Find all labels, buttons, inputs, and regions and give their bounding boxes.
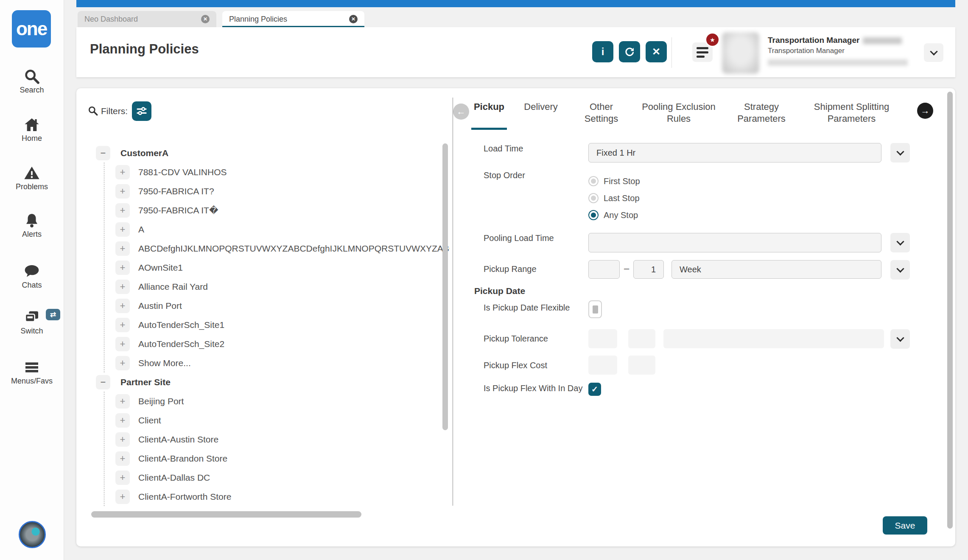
sidebar-item-problems[interactable]: Problems: [0, 165, 64, 191]
tree-item-label[interactable]: 7950-FABRICA IT?: [138, 186, 214, 196]
sidebar-item-home[interactable]: Home: [0, 116, 64, 143]
expand-icon[interactable]: +: [115, 184, 130, 199]
user-menu-button[interactable]: [924, 43, 943, 62]
tree-item-label[interactable]: Alliance Rail Yard: [138, 282, 208, 292]
pickup-range-from-input[interactable]: [588, 260, 620, 279]
tree-item-label[interactable]: Beijing Port: [138, 396, 184, 406]
tree-item[interactable]: +Client: [104, 411, 450, 430]
tree-item[interactable]: +AutoTenderSch_Site1: [104, 315, 450, 334]
pooling-load-time-input[interactable]: [588, 233, 881, 252]
one-network-logo[interactable]: one: [12, 10, 51, 48]
tree-item[interactable]: +ABCDefghIJKLMNOPQRSTUVWXYZABCDefghIJKLM…: [104, 239, 450, 258]
tree-item[interactable]: +Show More...: [104, 353, 450, 372]
is-pickup-date-flexible-checkbox[interactable]: [588, 300, 602, 318]
expand-icon[interactable]: +: [115, 241, 130, 256]
tree-item-label[interactable]: ClientA-Austin Store: [138, 434, 218, 445]
stop-order-option-last-stop[interactable]: Last Stop: [588, 193, 640, 203]
expand-icon[interactable]: +: [115, 280, 130, 294]
tree-item[interactable]: +Alliance Rail Yard: [104, 277, 450, 296]
tree-item-label[interactable]: ClientA-Dallas DC: [138, 473, 210, 483]
expand-icon[interactable]: +: [115, 318, 130, 332]
sidebar-item-chats[interactable]: Chats: [0, 263, 64, 290]
refresh-icon[interactable]: [619, 41, 640, 62]
pickup-tolerance-input-1[interactable]: [588, 329, 617, 348]
tree-item-label[interactable]: AutoTenderSch_Site1: [138, 320, 224, 330]
tree-item[interactable]: +A: [104, 220, 450, 239]
pooling-load-time-dropdown-button[interactable]: [890, 233, 910, 252]
expand-icon[interactable]: +: [115, 451, 130, 466]
tabs-scroll-left-icon[interactable]: ←: [453, 104, 469, 120]
radio-button-icon[interactable]: [588, 210, 599, 220]
expand-icon[interactable]: +: [115, 413, 130, 428]
panel-vertical-scrollbar[interactable]: [947, 92, 953, 529]
close-icon[interactable]: ✕: [646, 41, 667, 62]
policy-tab-pickup[interactable]: Pickup: [471, 101, 507, 130]
pickup-range-unit-input[interactable]: [671, 260, 881, 279]
expand-icon[interactable]: +: [115, 337, 130, 351]
tree-vertical-scrollbar[interactable]: [442, 143, 448, 430]
expand-icon[interactable]: +: [115, 470, 130, 485]
expand-icon[interactable]: +: [115, 165, 130, 179]
policy-tab-other-settings[interactable]: Other Settings: [575, 101, 628, 130]
tree-item-label[interactable]: Austin Port: [138, 301, 182, 311]
tabs-scroll-right-icon[interactable]: →: [917, 103, 933, 119]
tree-item[interactable]: +Beijing Port: [104, 392, 450, 411]
tree-item-label[interactable]: Client: [138, 415, 161, 426]
tree-item-label[interactable]: 7881-CDV VALINHOS: [138, 167, 227, 177]
tree-item-label[interactable]: AOwnSite1: [138, 263, 183, 273]
tree-item[interactable]: +ClientA-Fortworth Store: [104, 487, 450, 506]
info-icon[interactable]: i: [592, 41, 613, 62]
tab-close-icon[interactable]: ✕: [201, 15, 210, 23]
policy-tab-delivery[interactable]: Delivery: [520, 101, 562, 130]
tree-item[interactable]: +ClientA-Dallas DC: [104, 468, 450, 487]
pickup-range-dropdown-button[interactable]: [890, 260, 910, 280]
tree-item[interactable]: +Austin Port: [104, 296, 450, 315]
tree-item-label[interactable]: ClientA-Brandon Store: [138, 454, 227, 464]
expand-icon[interactable]: +: [115, 260, 130, 275]
radio-button-icon[interactable]: [588, 193, 599, 203]
is-pickup-flex-with-in-day-checkbox[interactable]: ✓: [588, 383, 601, 396]
tree-item[interactable]: +7950-FABRICA IT?: [104, 182, 450, 201]
pickup-flex-cost-input-2[interactable]: [628, 356, 655, 375]
expand-icon[interactable]: +: [115, 394, 130, 409]
load-time-dropdown-button[interactable]: [890, 143, 910, 162]
window-tab-neo-dashboard[interactable]: Neo Dashboard✕: [78, 11, 216, 27]
tree-item[interactable]: +AutoTenderSch_Site2: [104, 334, 450, 353]
filters-button[interactable]: [132, 101, 151, 121]
swap-arrows-icon[interactable]: ⇄: [46, 309, 60, 320]
user-avatar[interactable]: [722, 32, 759, 74]
expand-icon[interactable]: +: [115, 490, 130, 504]
tree-item-label[interactable]: ABCDefghIJKLMNOPQRSTUVWXYZABCDefghIJKLMN…: [138, 244, 450, 254]
tree-item[interactable]: +7881-CDV VALINHOS: [104, 162, 450, 182]
tab-close-icon[interactable]: ✕: [349, 15, 358, 23]
save-button[interactable]: Save: [883, 516, 927, 535]
stop-order-option-first-stop[interactable]: First Stop: [588, 176, 640, 186]
expand-icon[interactable]: +: [115, 222, 130, 237]
sidebar-item-menus-favs[interactable]: Menus/Favs: [0, 359, 64, 386]
tree-item[interactable]: +ClientA-Brandon Store: [104, 449, 450, 468]
tree-item-label[interactable]: A: [138, 224, 144, 235]
pickup-tolerance-dropdown-button[interactable]: [890, 329, 910, 349]
policy-tab-pooling-exclusion-rules[interactable]: Pooling Exclusion Rules: [641, 101, 717, 130]
window-tab-planning-policies[interactable]: Planning Policies✕: [222, 11, 364, 27]
tree-item-label[interactable]: AutoTenderSch_Site2: [138, 339, 224, 349]
tree-item-label[interactable]: ClientA-Fortworth Store: [138, 492, 231, 502]
tree-item[interactable]: +AOwnSite1: [104, 258, 450, 277]
tree-item[interactable]: +ClientA-Austin Store: [104, 430, 450, 449]
tree-item[interactable]: +7950-FABRICA IT�: [104, 201, 450, 220]
load-time-input[interactable]: [588, 143, 881, 162]
stop-order-option-any-stop[interactable]: Any Stop: [588, 210, 638, 220]
sidebar-item-alerts[interactable]: Alerts: [0, 212, 64, 239]
policy-tab-shipment-splitting-parameters[interactable]: Shipment Splitting Parameters: [806, 101, 897, 130]
pickup-tolerance-input-2[interactable]: [628, 329, 655, 348]
policy-tab-strategy-parameters[interactable]: Strategy Parameters: [730, 101, 793, 130]
collapse-icon[interactable]: −: [96, 375, 110, 389]
tree-item-label[interactable]: 7950-FABRICA IT�: [138, 205, 218, 216]
expand-icon[interactable]: +: [115, 203, 130, 218]
expand-icon[interactable]: +: [115, 356, 130, 370]
radio-button-icon[interactable]: [588, 176, 599, 186]
sidebar-item-switch[interactable]: Switch⇄: [0, 309, 64, 336]
tree-horizontal-scrollbar[interactable]: [91, 511, 361, 518]
expand-icon[interactable]: +: [115, 299, 130, 313]
collapse-icon[interactable]: −: [96, 146, 110, 160]
